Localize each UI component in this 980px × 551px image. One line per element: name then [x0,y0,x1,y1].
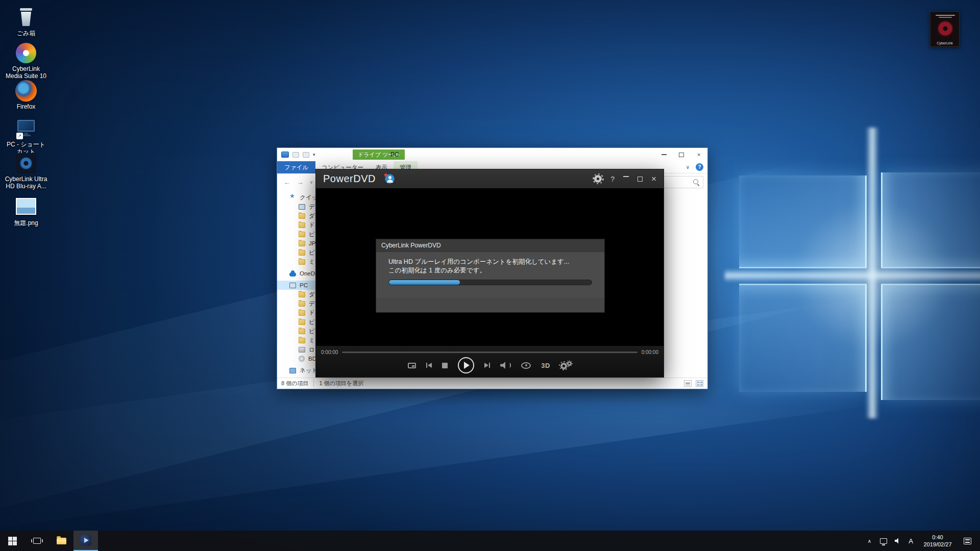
desktop-icon-label: Firefox [4,104,48,111]
dialog-title[interactable]: CyberLink PowerDVD [376,239,604,252]
taskbar-file-explorer-button[interactable] [49,531,74,551]
powerdvd-titlebar[interactable]: PowerDVD ? × [316,169,664,188]
next-button[interactable] [484,363,490,368]
taskbar-powerdvd-button[interactable] [74,531,98,551]
windows-logo-glow [794,202,952,349]
sidebar-item-icon [299,250,305,256]
dialog-footer [376,298,604,312]
sidebar-item-icon [289,272,296,277]
tab-file[interactable]: ファイル [277,161,315,173]
desktop-icon-cyberlink-media-suite[interactable]: CyberLink Media Suite 10 [4,42,48,80]
sidebar-item-icon [299,338,305,343]
sidebar-item-icon [299,292,305,297]
initialization-dialog: CyberLink PowerDVD Ultra HD ブルーレイ用のコンポーネ… [376,239,605,313]
action-center-button[interactable] [958,538,977,544]
volume-button[interactable] [500,362,511,369]
artwork-text-line [936,15,955,16]
back-button[interactable]: ← [281,177,292,188]
close-button[interactable]: × [651,174,656,183]
desktop-icon-untitled-png[interactable]: 無題.png [4,196,48,227]
qat-properties-icon[interactable] [292,152,299,158]
sidebar-item-icon [299,241,305,246]
sidebar-item-icon [299,329,305,334]
clock-date: 2019/02/27 [923,541,951,548]
status-bar: 8 個の項目 1 個の項目を選択 [277,378,707,389]
previous-button[interactable] [426,363,432,368]
powerdvd-logo: PowerDVD [323,173,376,185]
maximize-button[interactable] [673,148,690,161]
view-toggles [684,380,703,387]
playback-buttons: 3D [321,356,658,375]
help-icon[interactable]: ? [696,163,703,171]
qat-new-folder-icon[interactable] [303,152,309,158]
bluray-disc-icon [15,152,37,174]
selected-count: 1 個の項目を選択 [313,380,363,387]
thumbnail-view-icon[interactable] [696,380,703,387]
close-button[interactable]: × [690,148,707,161]
artwork-brand-label: CyberLink [930,41,959,45]
desktop-icon-recycle-bin[interactable]: ごみ箱 [4,6,48,37]
sidebar-item-icon [299,347,305,353]
action-center-icon [964,538,971,544]
settings-gear-icon[interactable] [594,175,602,183]
volume-tray-button[interactable] [890,531,904,551]
mini-player-icon[interactable] [408,363,416,368]
sidebar-item-icon [299,222,305,228]
sidebar-item-icon [289,283,296,288]
details-view-icon[interactable] [684,380,692,387]
hidden-icons-button[interactable]: ∧ [863,531,876,551]
system-tray: ∧ A 0:40 2019/02/27 [863,531,980,551]
total-time: 0:00:00 [642,349,658,355]
notification-dot [384,173,387,177]
playback-control-bar: 0:00:00 0:00:00 3D [316,346,664,377]
seek-bar[interactable] [342,352,637,353]
play-button[interactable] [458,357,474,373]
progress-bar-fill [389,280,460,285]
media-suite-icon [15,42,37,64]
qat-customize-chevron-icon[interactable]: ▾ [313,152,315,157]
dialog-message: Ultra HD ブルーレイ用のコンポーネントを初期化しています... この初期… [376,252,604,275]
minimize-button[interactable] [623,176,629,177]
task-view-button[interactable] [24,531,49,551]
image-thumbnail-icon [15,196,37,218]
red-disc-icon [937,20,953,37]
stop-button[interactable] [442,363,448,368]
firefox-icon [15,80,37,102]
truetheater-eye-icon[interactable] [521,362,531,369]
sidebar-item-icon [299,310,305,316]
network-icon [880,538,887,544]
sidebar-item-label: PC [300,282,308,288]
quick-access-toolbar: ▾ [277,152,315,158]
recent-locations-chevron-icon[interactable]: ∨ [308,177,315,188]
task-view-icon [33,538,41,544]
pc-monitor-icon: ↗ [15,117,37,140]
ribbon-collapse-chevron-icon[interactable]: ∨ [686,164,690,170]
maximize-button[interactable] [638,177,643,182]
shortcut-arrow-icon: ↗ [16,133,23,139]
chevron-up-icon: ∧ [868,538,871,544]
desktop-icon-cyberlink-uhd-bluray[interactable]: CyberLink Ultra HD Blu-ray A... [4,152,48,190]
folder-icon [57,538,66,544]
explorer-titlebar[interactable]: ▾ ドライブ ツール PC × [277,148,707,161]
video-area: CyberLink PowerDVD Ultra HD ブルーレイ用のコンポーネ… [316,188,664,346]
items-count: 8 個の項目 [281,380,308,387]
desktop-icon-disc-artwork[interactable]: CyberLink [930,11,960,47]
desktop-icon-firefox[interactable]: Firefox [4,80,48,111]
forward-button[interactable]: → [295,177,306,188]
network-tray-button[interactable] [876,531,890,551]
help-icon[interactable]: ? [610,176,615,183]
desktop-icon-pc-shortcut[interactable]: ↗ PC - ショートカット [4,117,48,156]
settings-gears-icon[interactable] [560,361,572,370]
sidebar-item-icon [299,356,305,362]
explorer-window-icon [281,152,289,158]
start-button[interactable] [0,531,24,551]
speaker-icon [895,538,900,544]
sidebar-item-icon [299,301,305,307]
desktop-icon-label: 無題.png [4,220,48,227]
member-avatar-icon[interactable] [385,174,395,184]
search-icon [693,179,700,186]
taskbar-clock[interactable]: 0:40 2019/02/27 [918,534,958,548]
ime-mode-button[interactable]: A [904,531,918,551]
3d-mode-button[interactable]: 3D [541,362,550,369]
minimize-button[interactable] [655,148,673,161]
